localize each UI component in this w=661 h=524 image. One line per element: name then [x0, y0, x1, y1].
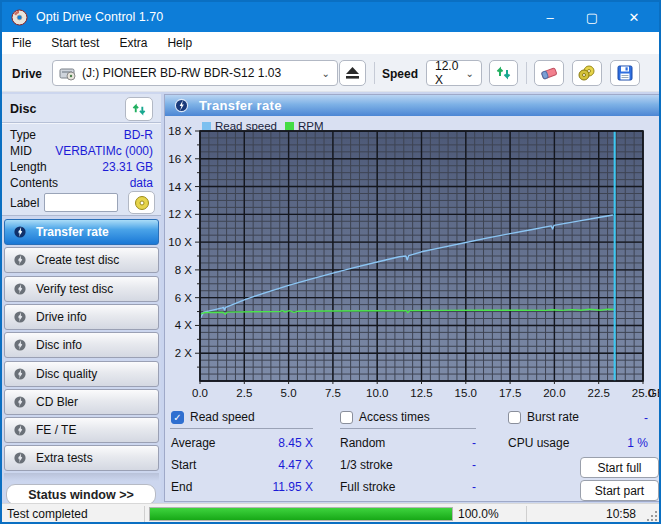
disc-icon: [13, 338, 27, 352]
sidebar-footer-gradient: [4, 473, 159, 481]
access-time-stat-value: -: [472, 480, 476, 494]
transfer-rate-panel: Transfer rate Read speedRPM 2 X4 X6 X8 X…: [164, 94, 660, 502]
status-text: Test completed: [7, 504, 88, 524]
gold-disc-icon: [134, 195, 150, 211]
disc-property-value: data: [130, 175, 153, 191]
svg-text:12 X: 12 X: [168, 208, 192, 220]
app-disc-icon: [11, 9, 28, 26]
access-time-stat-label: 1/3 stroke: [340, 458, 393, 472]
read-speed-stat-row: Average8.45 X: [171, 436, 313, 450]
maximize-button[interactable]: ▢: [571, 2, 613, 32]
disc-property-label: Length: [10, 159, 47, 175]
eject-icon: [346, 67, 359, 79]
sidebar-item-transfer-rate[interactable]: Transfer rate: [4, 219, 159, 245]
start-full-button[interactable]: Start full: [580, 457, 659, 478]
sidebar-item-extra-tests[interactable]: Extra tests: [4, 445, 159, 471]
erase-disc-button[interactable]: [534, 60, 564, 86]
speed-label: Speed: [382, 67, 418, 81]
save-floppy-icon: [617, 65, 633, 81]
sidebar-item-label: Transfer rate: [36, 225, 109, 239]
status-bar: Test completed 100.0% 10:58: [2, 503, 659, 523]
start-part-button[interactable]: Start part: [580, 480, 659, 501]
drive-select[interactable]: (J:) PIONEER BD-RW BDR-S12 1.03 ⌄: [52, 60, 338, 86]
speed-select[interactable]: 12.0 X ⌄: [426, 60, 482, 86]
access-time-stat-label: Full stroke: [340, 480, 395, 494]
menu-bar: FileStart testExtraHelp: [2, 32, 659, 54]
svg-text:10 X: 10 X: [168, 236, 192, 248]
menu-item-help[interactable]: Help: [157, 32, 202, 54]
stats-area: ✓ Read speed Average8.45 XStart4.47 XEnd…: [165, 410, 659, 502]
disc-icon: [13, 253, 27, 267]
toolbar-separator: [374, 62, 375, 84]
access-time-stat-label: Random: [340, 436, 385, 450]
svg-text:17.5: 17.5: [499, 387, 521, 399]
sidebar-item-fe-te[interactable]: FE / TE: [4, 417, 159, 443]
sidebar-item-label: Disc info: [36, 338, 82, 352]
gold-discs-icon: [578, 65, 596, 81]
write-label-button[interactable]: [128, 191, 155, 214]
burst-rate-checkbox-label: Burst rate: [527, 410, 579, 424]
left-panel: Disc TypeBD-RMIDVERBATIMc (000)Length23.…: [2, 92, 161, 502]
menu-item-start-test[interactable]: Start test: [41, 32, 109, 54]
read-speed-stat-value: 8.45 X: [278, 436, 313, 450]
access-times-checkbox[interactable]: [340, 411, 353, 424]
close-button[interactable]: ✕: [613, 2, 655, 32]
toolbar-separator: [526, 62, 527, 84]
save-button[interactable]: [610, 60, 640, 86]
svg-text:12.5: 12.5: [410, 387, 432, 399]
menu-item-extra[interactable]: Extra: [109, 32, 157, 54]
refresh-speeds-button[interactable]: [489, 60, 518, 86]
read-speed-stat-label: Start: [171, 458, 196, 472]
disc-property-value: BD-R: [124, 127, 153, 143]
toolbar: Drive (J:) PIONEER BD-RW BDR-S12 1.03 ⌄ …: [2, 54, 659, 92]
refresh-icon: [496, 65, 512, 81]
disc-property-label: Contents: [10, 175, 58, 191]
svg-text:20.0: 20.0: [543, 387, 565, 399]
svg-text:2.5: 2.5: [236, 387, 252, 399]
compare-discs-button[interactable]: [572, 60, 602, 86]
menu-item-file[interactable]: File: [2, 32, 41, 54]
drive-icon: [59, 65, 77, 81]
sidebar-item-verify-test-disc[interactable]: Verify test disc: [4, 276, 159, 302]
sidebar-item-disc-info[interactable]: Disc info: [4, 332, 159, 358]
sidebar-item-label: CD Bler: [36, 395, 78, 409]
progress-fill: [150, 508, 452, 520]
disc-box-title: Disc: [10, 102, 36, 116]
svg-text:7.5: 7.5: [325, 387, 341, 399]
access-time-stat-value: -: [472, 436, 476, 450]
drive-label: Drive: [12, 67, 42, 81]
read-speed-checkbox[interactable]: ✓: [171, 411, 184, 424]
sidebar-item-cd-bler[interactable]: CD Bler: [4, 389, 159, 415]
sidebar-item-label: Verify test disc: [36, 282, 113, 296]
refresh-disc-button[interactable]: [125, 97, 153, 121]
sidebar-item-create-test-disc[interactable]: Create test disc: [4, 247, 159, 273]
read-speed-stat-value: 11.95 X: [273, 480, 313, 494]
minimize-button[interactable]: –: [529, 2, 571, 32]
panel-header: Transfer rate: [165, 95, 659, 116]
disc-property-label: MID: [10, 143, 32, 159]
sidebar-item-label: Extra tests: [36, 451, 93, 465]
read-speed-stat-row: End11.95 X: [171, 480, 313, 494]
divider: [2, 122, 161, 123]
burst-rate-value: -: [644, 411, 648, 425]
disc-icon: [13, 282, 27, 296]
status-window-button[interactable]: Status window >>: [6, 484, 156, 505]
sidebar-item-disc-quality[interactable]: Disc quality: [4, 361, 159, 387]
sidebar-item-label: Create test disc: [36, 253, 119, 267]
divider: [340, 428, 476, 429]
disc-icon: [13, 225, 27, 239]
cpu-usage-value: 1 %: [627, 436, 648, 450]
progress-percent: 100.0%: [458, 504, 499, 524]
eject-button[interactable]: [339, 60, 366, 86]
burst-rate-checkbox[interactable]: [508, 411, 521, 424]
divider: [170, 428, 313, 429]
sidebar-item-drive-info[interactable]: Drive info: [4, 304, 159, 330]
svg-text:22.5: 22.5: [588, 387, 610, 399]
resize-grip[interactable]: [645, 509, 657, 521]
disc-label-input[interactable]: [44, 193, 118, 212]
disc-icon: [13, 367, 27, 381]
svg-text:16 X: 16 X: [168, 153, 192, 165]
svg-text:0.0: 0.0: [192, 387, 208, 399]
app-window: Opti Drive Control 1.70 – ▢ ✕ FileStart …: [0, 0, 661, 524]
divider: [526, 506, 527, 522]
